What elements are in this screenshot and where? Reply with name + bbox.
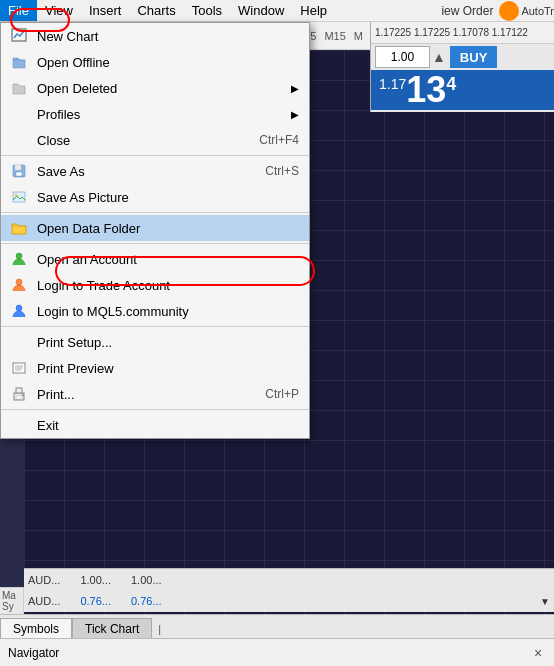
buy-area: ▲ BUY [371, 44, 554, 70]
new-order-label[interactable]: iew Order [437, 4, 497, 18]
status-bar: Navigator × [0, 638, 554, 666]
aud-symbol-2: AUD... [28, 595, 60, 607]
aud-ask-1: 1.00... [131, 574, 162, 586]
svg-point-8 [16, 305, 22, 311]
separator-after-folder [1, 243, 309, 244]
quantity-input[interactable] [375, 46, 430, 68]
menu-item-open-account[interactable]: Open an Account [1, 246, 309, 272]
menu-item-login-trade-label: Login to Trade Account [37, 278, 299, 293]
save-picture-icon [9, 187, 29, 207]
separator-before-exit [1, 409, 309, 410]
m15-label[interactable]: M15 [321, 30, 348, 42]
menu-item-close[interactable]: Close Ctrl+F4 [1, 127, 309, 153]
menubar: File View Insert Charts Tools Window Hel… [0, 0, 554, 22]
aud-symbol-1: AUD... [28, 574, 60, 586]
print-preview-icon [9, 358, 29, 378]
open-deleted-arrow-icon: ▶ [291, 83, 299, 94]
close-navigator-button[interactable]: × [528, 643, 548, 663]
menu-item-exit-label: Exit [37, 418, 299, 433]
separator-before-print [1, 326, 309, 327]
profiles-arrow-icon: ▶ [291, 109, 299, 120]
menu-item-save-as[interactable]: Save As Ctrl+S [1, 158, 309, 184]
login-mql5-icon [9, 301, 29, 321]
aud-row-1[interactable]: AUD... 1.00... 1.00... [24, 568, 554, 590]
aud-bid-1: 1.00... [80, 574, 111, 586]
menu-item-print-setup-label: Print Setup... [37, 335, 299, 350]
print-icon [9, 384, 29, 404]
menu-item-save-as-picture[interactable]: Save As Picture [1, 184, 309, 210]
print-setup-icon [9, 332, 29, 352]
file-dropdown-menu: New Chart Open Offline Open Deleted ▶ Pr… [0, 22, 310, 439]
menu-tools[interactable]: Tools [184, 0, 230, 21]
tab-tick-chart[interactable]: Tick Chart [72, 618, 152, 638]
menu-item-print-setup[interactable]: Print Setup... [1, 329, 309, 355]
menu-item-login-trade[interactable]: Login to Trade Account [1, 272, 309, 298]
close-menu-icon [9, 130, 29, 150]
svg-rect-3 [16, 172, 22, 176]
open-deleted-icon [9, 78, 29, 98]
m-label[interactable]: M [351, 30, 366, 42]
menu-item-open-account-label: Open an Account [37, 252, 299, 267]
big-price-main: 13 [406, 72, 446, 108]
aud-row-2[interactable]: AUD... 0.76... 0.76... ▼ [24, 590, 554, 612]
open-data-folder-icon [9, 218, 29, 238]
menu-file[interactable]: File [0, 0, 37, 21]
menu-item-print-preview-label: Print Preview [37, 361, 299, 376]
navigator-label: Navigator [8, 646, 59, 660]
menu-item-open-deleted[interactable]: Open Deleted ▶ [1, 75, 309, 101]
aud-ask-2: 0.76... [131, 595, 162, 607]
quantity-up-arrow[interactable]: ▲ [432, 49, 446, 65]
new-chart-icon [9, 26, 29, 46]
menu-item-new-chart[interactable]: New Chart [1, 23, 309, 49]
buy-button[interactable]: BUY [450, 46, 497, 68]
print-shortcut: Ctrl+P [265, 387, 299, 401]
open-offline-icon [9, 52, 29, 72]
tab-separator: | [152, 620, 167, 638]
separator-before-folder [1, 212, 309, 213]
menu-item-open-data-folder-label: Open Data Folder [37, 221, 299, 236]
menu-item-print[interactable]: Print... Ctrl+P [1, 381, 309, 407]
big-price-sup: 4 [446, 72, 456, 95]
right-panel: 1.17225 1.17225 1.17078 1.17122 ▲ BUY 1.… [370, 22, 554, 112]
menu-item-open-offline[interactable]: Open Offline [1, 49, 309, 75]
menu-view[interactable]: View [37, 0, 81, 21]
aud-bid-2: 0.76... [80, 595, 111, 607]
menu-item-login-mql5-label: Login to MQL5.community [37, 304, 299, 319]
svg-point-6 [16, 253, 22, 259]
svg-rect-4 [13, 192, 25, 202]
price-ticker: 1.17225 1.17225 1.17078 1.17122 [375, 27, 528, 38]
menu-window[interactable]: Window [230, 0, 292, 21]
menu-item-save-as-label: Save As [37, 164, 245, 179]
menu-item-login-mql5[interactable]: Login to MQL5.community [1, 298, 309, 324]
menu-item-open-data-folder[interactable]: Open Data Folder [1, 215, 309, 241]
tab-symbols[interactable]: Symbols [0, 618, 72, 638]
bottom-tabs: Symbols Tick Chart | [0, 614, 554, 638]
menu-charts[interactable]: Charts [129, 0, 183, 21]
menu-item-new-chart-label: New Chart [37, 29, 299, 44]
menu-item-exit[interactable]: Exit [1, 412, 309, 438]
svg-rect-15 [16, 396, 22, 399]
exit-icon [9, 415, 29, 435]
menu-item-open-deleted-label: Open Deleted [37, 81, 291, 96]
autotrade-icon[interactable] [499, 1, 519, 21]
market-watch-sidebar: Ma Sy [0, 587, 24, 614]
menu-item-profiles[interactable]: Profiles ▶ [1, 101, 309, 127]
menu-item-print-label: Print... [37, 387, 245, 402]
close-shortcut: Ctrl+F4 [259, 133, 299, 147]
menu-insert[interactable]: Insert [81, 0, 130, 21]
svg-point-16 [22, 394, 24, 396]
profiles-icon [9, 104, 29, 124]
menu-help[interactable]: Help [292, 0, 335, 21]
sy-label: Sy [2, 601, 21, 612]
separator-after-close [1, 155, 309, 156]
login-trade-icon [9, 275, 29, 295]
menu-item-close-label: Close [37, 133, 239, 148]
svg-rect-14 [16, 388, 22, 393]
autotrade-label: AutoTr [521, 5, 554, 17]
down-arrow-icon: ▼ [540, 596, 550, 607]
big-price-prefix: 1.17 [379, 72, 406, 92]
menu-item-save-picture-label: Save As Picture [37, 190, 299, 205]
menu-item-print-preview[interactable]: Print Preview [1, 355, 309, 381]
svg-rect-2 [15, 165, 21, 170]
svg-point-7 [16, 279, 22, 285]
